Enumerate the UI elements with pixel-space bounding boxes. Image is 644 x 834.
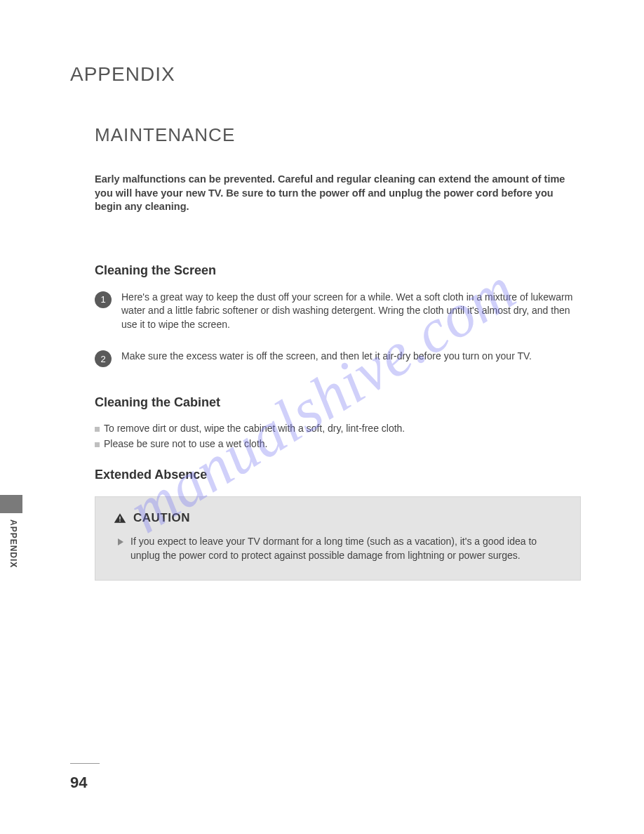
- page-number-rule: [70, 763, 100, 764]
- cleaning-cabinet-heading: Cleaning the Cabinet: [95, 395, 581, 410]
- step-number-badge: 2: [95, 350, 112, 367]
- content-area: MAINTENANCE Early malfunctions can be pr…: [70, 124, 588, 581]
- step-number-badge: 1: [95, 291, 112, 308]
- caution-label: CAUTION: [133, 511, 190, 525]
- side-section-label: APPENDIX: [8, 519, 18, 568]
- square-bullet-icon: [95, 427, 100, 432]
- appendix-heading: APPENDIX: [70, 63, 588, 86]
- step-text: Make sure the excess water is off the sc…: [121, 350, 532, 364]
- manual-page: manualshive.com APPENDIX MAINTENANCE Ear…: [0, 0, 644, 834]
- svg-rect-0: [119, 517, 121, 520]
- step-item: 2 Make sure the excess water is off the …: [95, 350, 581, 367]
- step-item: 1 Here's a great way to keep the dust of…: [95, 291, 581, 332]
- warning-triangle-icon: [114, 512, 126, 524]
- caution-title: CAUTION: [114, 511, 562, 525]
- intro-paragraph: Early malfunctions can be prevented. Car…: [95, 173, 581, 214]
- caution-text: If you expect to leave your TV dormant f…: [130, 535, 562, 562]
- bullet-item: To remove dirt or dust, wipe the cabinet…: [95, 423, 581, 434]
- square-bullet-icon: [95, 442, 100, 447]
- bullet-text: To remove dirt or dust, wipe the cabinet…: [104, 423, 405, 434]
- triangle-right-icon: [118, 538, 123, 545]
- page-number: 94: [70, 774, 87, 792]
- side-tab-marker: [0, 495, 22, 513]
- svg-rect-1: [119, 521, 121, 522]
- step-text: Here's a great way to keep the dust off …: [121, 291, 581, 332]
- bullet-item: Please be sure not to use a wet cloth.: [95, 438, 581, 449]
- maintenance-heading: MAINTENANCE: [95, 124, 581, 146]
- caution-box: CAUTION If you expect to leave your TV d…: [95, 496, 581, 580]
- extended-absence-heading: Extended Absence: [95, 468, 581, 482]
- cleaning-screen-heading: Cleaning the Screen: [95, 263, 581, 278]
- caution-content: If you expect to leave your TV dormant f…: [114, 535, 562, 562]
- bullet-text: Please be sure not to use a wet cloth.: [104, 438, 267, 449]
